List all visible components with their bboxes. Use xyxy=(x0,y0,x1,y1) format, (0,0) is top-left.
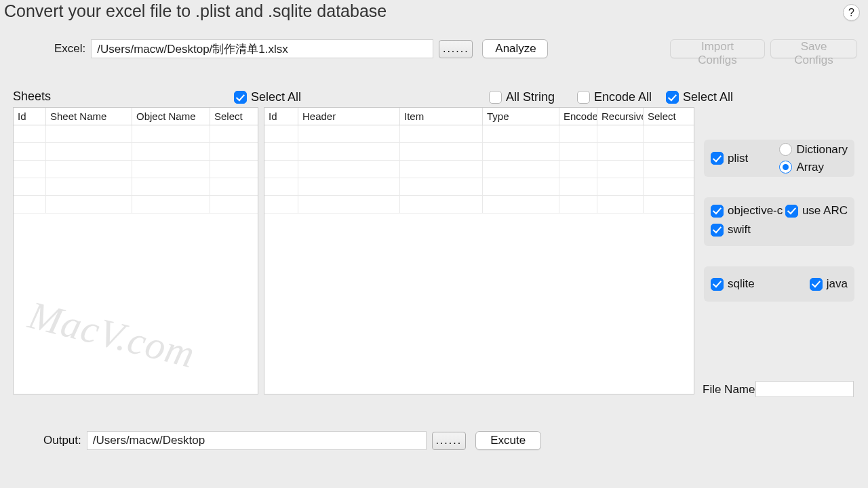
plist-checkbox[interactable]: plist xyxy=(711,152,748,165)
objc-checkbox[interactable]: objective-c xyxy=(711,204,783,218)
page-title: Convert your excel file to .plist and .s… xyxy=(4,1,387,21)
radio-icon xyxy=(779,143,792,156)
col-header[interactable]: Header xyxy=(298,108,400,125)
save-configs-button[interactable]: Save Configs xyxy=(770,39,857,58)
db-panel: sqlite java xyxy=(704,266,854,302)
java-checkbox[interactable]: java xyxy=(810,277,848,291)
objc-label: objective-c xyxy=(728,204,783,218)
sqlite-label: sqlite xyxy=(728,277,755,291)
col-id[interactable]: Id xyxy=(14,108,46,125)
filename-label: File Name xyxy=(703,383,755,396)
sheets-table-header: Id Sheet Name Object Name Select xyxy=(14,108,258,125)
col-type[interactable]: Type xyxy=(483,108,559,125)
excel-browse-button[interactable]: ...... xyxy=(439,40,473,58)
execute-button[interactable]: Excute xyxy=(475,431,541,450)
sheets-table-body[interactable] xyxy=(14,125,258,394)
encode-all-checkbox[interactable]: Encode All xyxy=(577,90,652,104)
columns-table-header: Id Header Item Type Encode Recursive Sel… xyxy=(264,108,694,125)
checkbox-icon xyxy=(785,205,798,218)
checkbox-icon xyxy=(234,91,247,104)
help-button[interactable]: ? xyxy=(843,4,860,21)
col-id[interactable]: Id xyxy=(264,108,298,125)
arc-label: use ARC xyxy=(802,204,848,218)
arc-checkbox[interactable]: use ARC xyxy=(785,204,848,218)
checkbox-icon xyxy=(711,152,724,165)
sheets-table[interactable]: Id Sheet Name Object Name Select xyxy=(13,107,258,394)
columns-table[interactable]: Id Header Item Type Encode Recursive Sel… xyxy=(264,107,694,394)
col-item[interactable]: Item xyxy=(400,108,483,125)
sheets-label: Sheets xyxy=(13,89,51,104)
sqlite-checkbox[interactable]: sqlite xyxy=(711,277,755,291)
col-sheet-name[interactable]: Sheet Name xyxy=(46,108,132,125)
all-string-checkbox[interactable]: All String xyxy=(489,90,555,104)
col-object-name[interactable]: Object Name xyxy=(132,108,210,125)
excel-row: Excel: ...... Analyze Import Configs Sav… xyxy=(54,39,857,58)
checkbox-icon xyxy=(666,91,679,104)
checkbox-icon xyxy=(711,224,724,237)
analyze-button[interactable]: Analyze xyxy=(482,39,548,58)
swift-label: swift xyxy=(728,223,751,237)
output-browse-button[interactable]: ...... xyxy=(432,432,466,450)
encode-all-label: Encode All xyxy=(594,90,652,104)
output-row: Output: ...... Excute xyxy=(43,431,541,450)
checkbox-icon xyxy=(489,91,502,104)
col-select[interactable]: Select xyxy=(210,108,258,125)
swift-checkbox[interactable]: swift xyxy=(711,223,848,237)
col-encode[interactable]: Encode xyxy=(559,108,597,125)
checkbox-icon xyxy=(711,205,724,218)
sheets-select-all-label: Select All xyxy=(251,90,301,104)
plist-panel: plist Dictionary Array xyxy=(704,140,854,177)
output-label: Output: xyxy=(43,434,81,447)
dictionary-radio[interactable]: Dictionary xyxy=(779,143,848,157)
lang-panel: objective-c use ARC swift xyxy=(704,197,854,246)
output-path-input[interactable] xyxy=(87,431,427,450)
sheets-select-all-checkbox[interactable]: Select All xyxy=(234,90,301,104)
array-radio[interactable]: Array xyxy=(779,161,848,174)
radio-icon xyxy=(779,161,792,174)
checkbox-icon xyxy=(711,278,724,291)
plist-label: plist xyxy=(728,152,748,165)
array-label: Array xyxy=(796,161,824,174)
excel-label: Excel: xyxy=(54,42,85,56)
col-recursive[interactable]: Recursive xyxy=(597,108,644,125)
columns-table-body[interactable] xyxy=(264,125,694,394)
checkbox-icon xyxy=(810,278,823,291)
all-string-label: All String xyxy=(506,90,555,104)
columns-select-all-checkbox[interactable]: Select All xyxy=(666,90,733,104)
import-configs-button[interactable]: Import Configs xyxy=(670,39,765,58)
col-select[interactable]: Select xyxy=(644,108,694,125)
filename-input[interactable] xyxy=(755,381,854,397)
checkbox-icon xyxy=(577,91,590,104)
java-label: java xyxy=(827,277,848,291)
excel-path-input[interactable] xyxy=(91,39,433,58)
dictionary-label: Dictionary xyxy=(796,143,848,157)
columns-select-all-label: Select All xyxy=(683,90,733,104)
